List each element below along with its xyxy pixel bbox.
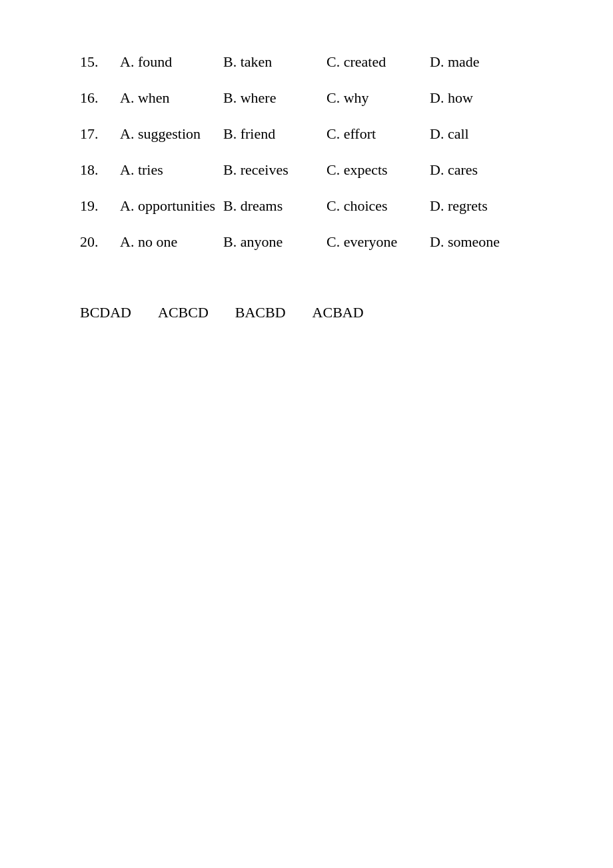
question-number-q18: 18.: [80, 161, 120, 179]
option-q17-3: D. call: [430, 125, 533, 143]
option-q16-2: C. why: [326, 89, 430, 107]
option-q15-1: B. taken: [223, 53, 326, 71]
question-options-q19: A. opportunitiesB. dreamsC. choicesD. re…: [120, 197, 533, 215]
answer-group-1: ACBCD: [158, 304, 209, 321]
questions-section: 15.A. foundB. takenC. createdD. made16.A…: [80, 53, 533, 251]
option-q18-0: A. tries: [120, 161, 223, 179]
answer-group-3: ACBAD: [312, 304, 364, 321]
option-q18-1: B. receives: [223, 161, 326, 179]
question-options-q18: A. triesB. receivesC. expectsD. cares: [120, 161, 533, 179]
option-q20-2: C. everyone: [326, 233, 430, 251]
question-number-q20: 20.: [80, 233, 120, 251]
question-row-q15: 15.A. foundB. takenC. createdD. made: [80, 53, 533, 71]
question-row-q19: 19.A. opportunitiesB. dreamsC. choicesD.…: [80, 197, 533, 215]
option-q18-2: C. expects: [326, 161, 430, 179]
answer-group-0: BCDAD: [80, 304, 131, 321]
option-q15-2: C. created: [326, 53, 430, 71]
option-q19-0: A. opportunities: [120, 197, 223, 215]
question-options-q15: A. foundB. takenC. createdD. made: [120, 53, 533, 71]
question-row-q20: 20.A. no oneB. anyoneC. everyoneD. someo…: [80, 233, 533, 251]
option-q20-0: A. no one: [120, 233, 223, 251]
question-number-q17: 17.: [80, 125, 120, 143]
option-q19-3: D. regrets: [430, 197, 533, 215]
question-row-q17: 17.A. suggestionB. friendC. effortD. cal…: [80, 125, 533, 143]
option-q15-0: A. found: [120, 53, 223, 71]
question-row-q18: 18.A. triesB. receivesC. expectsD. cares: [80, 161, 533, 179]
answers-section: BCDADACBCDBACBDACBAD: [80, 304, 533, 321]
question-options-q17: A. suggestionB. friendC. effortD. call: [120, 125, 533, 143]
option-q19-2: C. choices: [326, 197, 430, 215]
question-number-q15: 15.: [80, 53, 120, 71]
option-q20-1: B. anyone: [223, 233, 326, 251]
question-options-q16: A. whenB. whereC. whyD. how: [120, 89, 533, 107]
answer-group-2: BACBD: [235, 304, 286, 321]
option-q16-1: B. where: [223, 89, 326, 107]
option-q18-3: D. cares: [430, 161, 533, 179]
option-q16-3: D. how: [430, 89, 533, 107]
question-number-q16: 16.: [80, 89, 120, 107]
option-q17-1: B. friend: [223, 125, 326, 143]
option-q15-3: D. made: [430, 53, 533, 71]
option-q17-2: C. effort: [326, 125, 430, 143]
option-q20-3: D. someone: [430, 233, 533, 251]
question-options-q20: A. no oneB. anyoneC. everyoneD. someone: [120, 233, 533, 251]
option-q17-0: A. suggestion: [120, 125, 223, 143]
option-q16-0: A. when: [120, 89, 223, 107]
question-number-q19: 19.: [80, 197, 120, 215]
question-row-q16: 16.A. whenB. whereC. whyD. how: [80, 89, 533, 107]
option-q19-1: B. dreams: [223, 197, 326, 215]
